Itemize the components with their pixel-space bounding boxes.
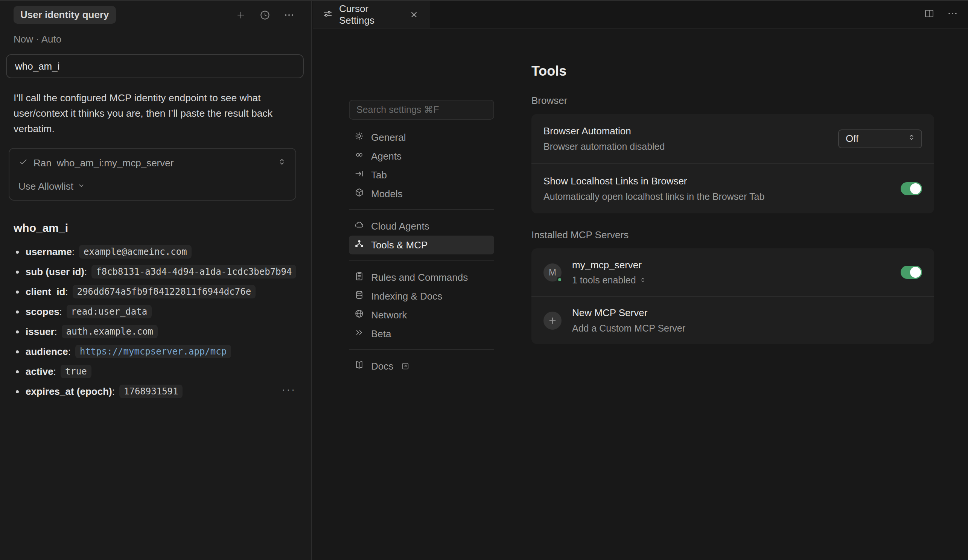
tab-title: Cursor Settings [339,3,401,27]
tool-call-tool-name: who_am_i:my_mcp_server [57,157,174,169]
updown-chevrons-icon [639,276,646,284]
nav-item-models[interactable]: Models [349,184,494,203]
tools-main: Tools Browser Browser Automation Browser… [531,28,934,344]
nav-divider [349,349,494,350]
mcp-servers-card: M my_mcp_server 1 tools enabled [531,249,934,344]
result-value: 296dd674a5fb9f84122811f6944dc76e [73,285,255,298]
settings-page: General Agents Tab [313,28,968,560]
result-value: example@acmeinc.com [79,245,192,258]
chat-header: User identity query [13,6,298,24]
clipboard-icon [354,271,364,284]
result-row-client-id: client_id: 296dd674a5fb9f84122811f6944dc… [13,284,298,299]
nav-item-cloud-agents[interactable]: Cloud Agents [349,217,494,235]
gear-icon [354,131,364,144]
external-link-icon [401,362,410,371]
result-value-link[interactable]: https://mymcpserver.app/mcp [75,345,231,358]
chat-panel: User identity query Now · Auto who_am_i … [0,0,312,560]
result-value: read:user_data [66,305,152,318]
browser-settings-card: Browser Automation Browser automation di… [531,114,934,214]
server-name: my_mcp_server [572,259,890,271]
result-row-scopes: scopes: read:user_data [13,304,298,319]
result-value: f8cb8131-a3d4-4d94-a1da-1cdc3beb7b94 [91,265,296,278]
add-server-avatar [544,311,562,330]
mcp-server-toggle[interactable] [901,266,922,279]
result-value: 1768931591 [119,384,183,398]
browser-section-label: Browser [531,95,934,106]
settings-sliders-icon [323,9,333,21]
split-editor-icon[interactable] [923,8,935,21]
message-more-actions-icon[interactable]: ··· [282,384,296,396]
cloud-icon [354,220,364,233]
tab-bar: Cursor Settings [313,0,968,28]
setting-description: Browser automation disabled [544,141,838,152]
result-row-issuer: issuer: auth.example.com [13,324,298,339]
result-row-audience: audience: https://mymcpserver.app/mcp [13,344,298,359]
network-icon [354,239,364,252]
more-options-icon[interactable] [283,9,295,21]
chevrons-right-icon [354,327,364,340]
new-chat-icon[interactable] [235,9,247,21]
result-heading: who_am_i [13,222,298,234]
new-mcp-server-row[interactable]: New MCP Server Add a Custom MCP Server [531,296,934,344]
new-server-title: New MCP Server [572,307,922,319]
nav-item-docs[interactable]: Docs [349,357,494,376]
tool-call-card[interactable]: Ran who_am_i:my_mcp_server Use Allowlist [9,148,296,200]
check-icon [18,157,28,169]
search-settings-input[interactable] [349,100,494,120]
tool-call-ran-label: Ran [33,157,51,169]
nav-item-rules-commands[interactable]: Rules and Commands [349,268,494,287]
nav-item-tab[interactable]: Tab [349,166,494,184]
settings-nav: General Agents Tab [349,100,494,376]
app-window: User identity query Now · Auto who_am_i … [0,0,968,560]
result-row-username: username: example@acmeinc.com [13,244,298,259]
database-icon [354,290,364,303]
tab-cursor-settings[interactable]: Cursor Settings [313,1,429,28]
chat-meta: Now · Auto [13,33,298,45]
nav-divider [349,260,494,261]
nav-item-indexing-docs[interactable]: Indexing & Docs [349,287,494,306]
nav-divider [349,209,494,210]
setting-title: Browser Automation [544,125,838,137]
nav-item-network[interactable]: Network [349,306,494,325]
infinity-icon [354,150,364,162]
globe-icon [354,308,364,321]
nav-item-beta[interactable]: Beta [349,325,494,343]
assistant-message: I’ll call the configured MCP identity en… [13,90,294,137]
chat-title[interactable]: User identity query [13,6,116,24]
result-row-sub: sub (user id): f8cb8131-a3d4-4d94-a1da-1… [13,264,298,279]
expand-collapse-icon[interactable] [277,157,287,169]
server-avatar: M [544,263,562,282]
tab-arrow-icon [354,169,364,181]
result-row-active: active: true [13,364,298,379]
cube-icon [354,187,364,200]
editor-more-actions-icon[interactable] [947,8,958,21]
server-tools-enabled[interactable]: 1 tools enabled [572,275,890,286]
nav-item-general[interactable]: General [349,128,494,147]
mcp-section-label: Installed MCP Servers [531,229,934,241]
localhost-links-row: Show Localhost Links in Browser Automati… [531,163,934,214]
updown-chevrons-icon [907,133,916,144]
use-allowlist-button[interactable]: Use Allowlist [18,181,287,192]
nav-item-agents[interactable]: Agents [349,147,494,166]
book-icon [354,360,364,373]
result-value: true [61,364,91,378]
setting-description: Automatically open localhost links in th… [544,191,901,202]
browser-automation-dropdown[interactable]: Off [838,129,922,148]
page-title: Tools [531,63,934,79]
mcp-server-row: M my_mcp_server 1 tools enabled [531,249,934,296]
server-status-dot [557,277,563,283]
editor-area: Cursor Settings [313,0,968,560]
setting-title: Show Localhost Links in Browser [544,176,901,187]
result-row-expires-at: expires_at (epoch): 1768931591 [13,384,298,399]
localhost-links-toggle[interactable] [901,182,922,196]
new-server-description: Add a Custom MCP Server [572,323,922,334]
result-value: auth.example.com [62,325,158,338]
history-icon[interactable] [259,9,270,21]
tab-close-icon[interactable] [409,10,419,20]
plus-icon [548,316,557,326]
result-list: username: example@acmeinc.com sub (user … [13,244,298,399]
browser-automation-row: Browser Automation Browser automation di… [531,114,934,163]
user-message[interactable]: who_am_i [6,54,304,78]
nav-item-tools-mcp[interactable]: Tools & MCP [349,235,494,254]
chevron-down-icon [77,181,85,192]
